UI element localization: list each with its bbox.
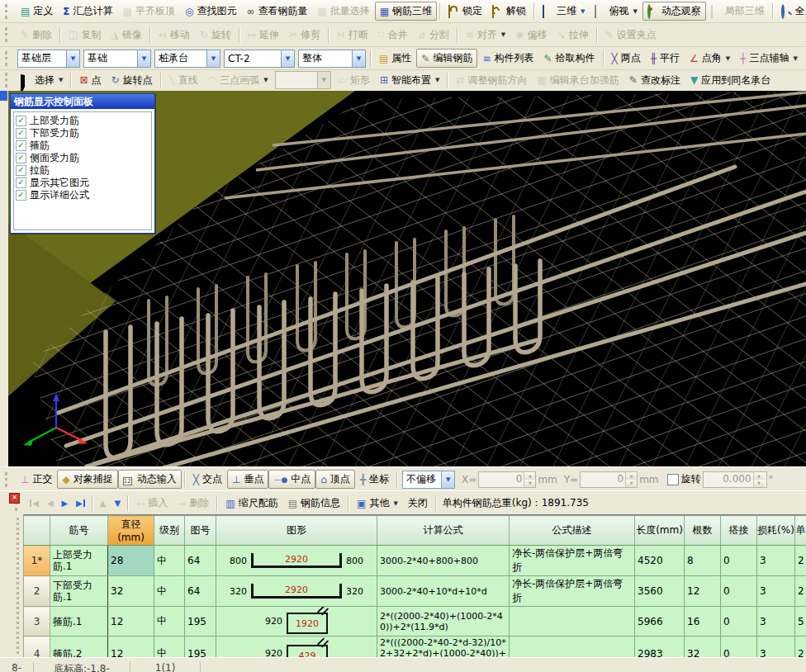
cell-lap[interactable]: 0 (721, 607, 757, 637)
cell-loss[interactable]: 3 (757, 546, 795, 576)
spinner-up-icon[interactable]: ▲ (754, 472, 765, 480)
cell-unit-weight[interactable]: 2 (795, 637, 806, 659)
checkbox-row-stirrups[interactable]: ✓箍筋 (16, 140, 149, 152)
x-coordinate-input[interactable]: 0▲▼ (478, 471, 536, 488)
spinner-arrows[interactable]: ▲▼ (753, 472, 765, 487)
cell-loss[interactable]: 3 (757, 637, 795, 659)
mode-combo[interactable]: 整体▼ (298, 50, 366, 68)
close-button[interactable]: 关闭 (403, 494, 433, 513)
spinner-down-icon[interactable]: ▼ (626, 480, 637, 487)
toolbar-grip[interactable] (5, 51, 12, 66)
cell-formula-desc[interactable] (510, 607, 635, 637)
rebar-info-button[interactable]: ▤钢筋信息 (283, 494, 345, 513)
chevron-down-icon[interactable]: ▼ (66, 50, 79, 67)
cell-length[interactable]: 3560 (635, 576, 685, 607)
smart-layout-button[interactable]: ⊞智能布置▼ (375, 71, 444, 90)
cell-loss[interactable]: 3 (757, 607, 795, 637)
cell-grade[interactable]: 中 (154, 576, 185, 607)
cell-unit-weight[interactable]: 5 (795, 607, 806, 637)
cell-shape[interactable]: 920429 (216, 637, 377, 659)
chevron-down-icon[interactable]: ▼ (281, 50, 294, 67)
spinner-up-icon[interactable]: ▲ (626, 472, 637, 480)
select-button[interactable]: 选择▼ (16, 71, 68, 90)
checkbox-row-other-elements[interactable]: ✓显示其它图元 (16, 177, 149, 189)
cell-grade[interactable]: 中 (154, 637, 185, 659)
edit-annotation-button[interactable]: ✎查改标注 (624, 71, 685, 90)
cell-count[interactable]: 8 (685, 546, 721, 576)
cell-grade[interactable]: 中 (154, 607, 185, 637)
chevron-down-icon[interactable]: ▼ (352, 50, 365, 67)
rotation-input[interactable]: 0.000▲▼ (703, 471, 767, 488)
point-angle-button[interactable]: ∠点角▼ (685, 49, 735, 68)
cell-count[interactable]: 32 (685, 637, 721, 659)
checkbox-checked-icon[interactable]: ✓ (16, 140, 26, 151)
edit-rebar-button[interactable]: ✎编辑钢筋 (416, 49, 477, 68)
toolbar-grip[interactable] (5, 472, 12, 487)
cell-figure-no[interactable]: 195 (185, 637, 216, 659)
intersection-snap-button[interactable]: ╳交点 (188, 470, 227, 489)
cell-bar-name[interactable]: 下部受力筋.1 (50, 576, 108, 607)
row-number[interactable]: 2 (24, 576, 50, 607)
chevron-down-icon[interactable]: ▼ (633, 8, 637, 15)
next-row-button[interactable]: ▶ (57, 497, 72, 509)
floor-combo[interactable]: 基础层▼ (17, 50, 80, 68)
checkbox-row-tie-bars[interactable]: ✓拉筋 (16, 164, 149, 177)
last-row-button[interactable]: ▶ (72, 497, 89, 509)
cell-diameter[interactable]: 12 (108, 607, 154, 637)
rotate-point-button[interactable]: ↻旋转点 (106, 71, 157, 90)
cell-length[interactable]: 5966 (635, 607, 685, 637)
vertex-snap-button[interactable]: ⌂顶点 (315, 470, 355, 489)
parallel-axis-button[interactable]: ╫平行 (646, 49, 685, 68)
row-number[interactable]: 3 (24, 607, 50, 637)
toolbar-grip[interactable] (5, 4, 12, 19)
spinner-down-icon[interactable]: ▼ (754, 480, 765, 487)
close-editor-icon[interactable]: ✕ (9, 493, 20, 504)
scale-rebar-button[interactable]: ▥缩尺配筋 (220, 494, 282, 513)
cell-length[interactable]: 4520 (635, 546, 685, 576)
orbit-button[interactable]: 动态观察 (642, 2, 706, 21)
row-number[interactable]: 1* (24, 546, 50, 576)
cell-count[interactable]: 12 (685, 576, 721, 607)
three-point-axis-button[interactable]: ┼三点辅轴▼ (735, 49, 803, 68)
cell-bar-name[interactable]: 箍筋.1 (50, 607, 108, 637)
chevron-down-icon[interactable]: ▼ (581, 8, 585, 15)
rotation-checkbox[interactable] (667, 474, 679, 485)
chevron-down-icon[interactable]: ▼ (206, 50, 220, 67)
summary-calc-button[interactable]: Σ汇总计算 (58, 2, 117, 21)
chevron-down-icon[interactable]: ▼ (435, 77, 439, 83)
point-button[interactable]: ⊠点 (74, 71, 106, 90)
rebar-3d-button[interactable]: ▦钢筋三维 (375, 2, 437, 21)
cell-lap[interactable]: 0 (721, 637, 757, 659)
checkbox-checked-icon[interactable]: ✓ (16, 128, 26, 139)
cell-grade[interactable]: 中 (154, 546, 185, 576)
category-combo[interactable]: 基础▼ (83, 50, 151, 68)
other-menu-button[interactable]: ▣其他▼ (352, 494, 403, 513)
cell-diameter[interactable]: 28 (108, 546, 154, 576)
checkbox-checked-icon[interactable]: ✓ (16, 177, 26, 188)
move-down-button[interactable]: ▼ (111, 497, 126, 509)
cell-diameter[interactable]: 32 (108, 576, 154, 607)
coordinate-button[interactable]: ╋坐标 (355, 470, 394, 489)
dynamic-input-button[interactable]: 12动态输入 (118, 470, 182, 489)
midpoint-snap-button[interactable]: —●中点 (268, 470, 315, 489)
properties-button[interactable]: ▤属性 (374, 49, 416, 68)
checkbox-checked-icon[interactable]: ✓ (16, 116, 26, 126)
component-list-button[interactable]: ≡构件列表 (477, 49, 538, 68)
rebar-display-panel[interactable]: 钢筋显示控制面板 ✓上部受力筋 ✓下部受力筋 ✓箍筋 ✓侧面受力筋 ✓拉筋 ✓显… (10, 93, 155, 234)
chevron-down-icon[interactable]: ▼ (441, 471, 454, 488)
view-rebar-qty-button[interactable]: ∞查看钢筋量 (241, 2, 312, 21)
fullscreen-button[interactable]: 全屏 (776, 2, 806, 21)
cell-formula[interactable]: 3000-2*40+10*d+10*d (377, 576, 510, 607)
row-number[interactable]: 4 (24, 637, 50, 659)
cell-figure-no[interactable]: 195 (185, 607, 216, 637)
checkbox-row-bottom-bars[interactable]: ✓下部受力筋 (16, 127, 149, 140)
cell-bar-name[interactable]: 上部受力筋.1 (50, 546, 108, 576)
object-snap-button[interactable]: ◆对象捕捉 (57, 470, 117, 489)
cell-figure-no[interactable]: 64 (185, 576, 216, 607)
cell-unit-weight[interactable]: 2 (795, 546, 806, 576)
chevron-down-icon[interactable]: ▼ (793, 55, 797, 62)
cell-bar-name[interactable]: 箍筋.2 (50, 637, 108, 659)
delete-axis-button[interactable]: ▞删除辅轴 (803, 49, 806, 68)
cell-count[interactable]: 16 (685, 607, 721, 637)
spinner-arrows[interactable]: ▲▼ (524, 472, 535, 487)
